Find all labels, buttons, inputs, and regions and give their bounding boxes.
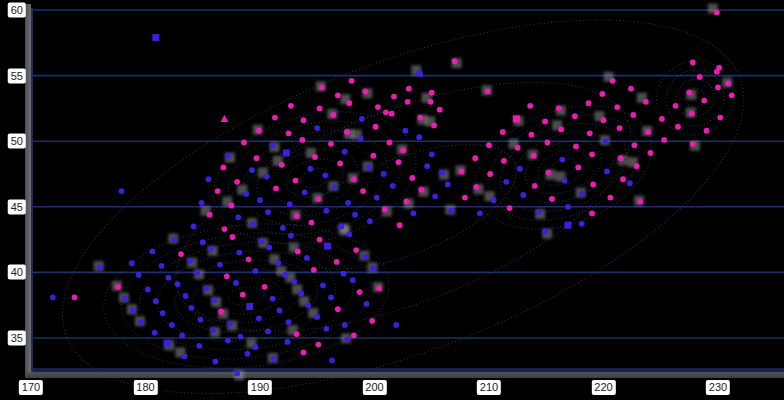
data-point-series-blue-violet (344, 336, 350, 342)
data-point-series-blue-violet (212, 359, 218, 365)
data-point-series-magenta (419, 187, 425, 193)
data-point-series-magenta (254, 155, 260, 161)
data-point-series-magenta (607, 195, 613, 201)
data-point-series-blue-violet (238, 334, 244, 340)
data-point-series-magenta (437, 107, 443, 113)
data-point-series-blue-violet (179, 332, 185, 338)
data-point-series-magenta (714, 10, 720, 16)
data-point-series-magenta (362, 88, 368, 94)
data-point-series-magenta (573, 144, 579, 150)
data-point-series-magenta (690, 60, 696, 66)
data-point-series-magenta (620, 176, 626, 182)
data-point-series-blue-violet (291, 279, 297, 285)
data-point-series-blue-violet (122, 296, 128, 302)
data-point-series-magenta (673, 103, 679, 109)
data-point-series-blue-violet (346, 231, 352, 237)
data-point-series-magenta (373, 124, 379, 130)
data-point-series-blue-violet (275, 260, 281, 266)
data-point-series-magenta (417, 115, 423, 121)
data-point-series-magenta (645, 129, 651, 135)
y-tick-label: 55 (8, 68, 26, 83)
data-point-series-magenta (675, 124, 681, 130)
data-point-series-blue-violet (302, 189, 308, 195)
gridlines-layer (31, 10, 784, 338)
data-point-series-blue-violet (445, 182, 451, 188)
data-point-series-blue-violet (270, 296, 276, 302)
data-point-series-magenta (246, 256, 252, 262)
data-point-series-blue-violet (129, 260, 135, 266)
data-point-series-blue-violet (390, 183, 396, 189)
data-point-series-blue-violet (270, 142, 276, 148)
data-points-layer (50, 10, 735, 377)
data-point-series-blue-violet (253, 268, 259, 274)
data-point-series-magenta (218, 309, 224, 315)
data-point-series-magenta (228, 203, 234, 209)
data-point-series-blue-violet (264, 174, 270, 180)
data-point-series-magenta (405, 99, 411, 105)
data-point-series-blue-violet (171, 237, 177, 243)
data-point-series-magenta (234, 179, 240, 185)
data-point-series-blue-violet (364, 301, 370, 307)
data-point-series-blue-violet (282, 272, 288, 278)
scatter-plot-canvas (0, 0, 784, 400)
data-point-series-blue-violet (324, 326, 330, 332)
data-point-series-magenta (335, 306, 341, 312)
data-point-series-blue-violet (191, 224, 197, 230)
data-point-series-magenta (601, 117, 607, 123)
data-point-series-magenta (382, 207, 388, 213)
data-point-series-magenta (715, 85, 721, 91)
data-point-series-magenta (610, 78, 616, 84)
data-point-series-blue-violet (136, 272, 142, 278)
data-point-series-blue-violet (160, 310, 166, 316)
data-point-series-magenta (515, 145, 521, 151)
data-point-series-blue-violet (280, 225, 286, 231)
data-point-series-blue-violet (517, 166, 523, 172)
data-point-series-magenta (337, 161, 343, 167)
data-point-series-blue-violet (429, 151, 435, 157)
data-point-series-blue-violet (265, 329, 271, 335)
data-point-series-magenta (344, 129, 350, 135)
data-point-series-magenta (240, 292, 246, 298)
y-tick-label: 50 (8, 134, 26, 149)
data-point-series-magenta (375, 104, 381, 110)
x-tick-label: 220 (591, 380, 615, 395)
data-point-series-magenta (391, 94, 397, 100)
data-point-series-magenta (486, 142, 492, 148)
data-point-series-blue-violet (153, 298, 159, 304)
data-point-series-blue-violet (559, 157, 565, 163)
data-point-series-magenta (659, 116, 665, 122)
data-point-series-magenta (634, 163, 640, 169)
data-point-series-magenta (315, 342, 321, 348)
data-point-series-blue-violet (199, 200, 205, 206)
data-point-series-magenta (334, 259, 340, 265)
data-point-series-magenta (330, 112, 336, 118)
data-point-series-magenta (544, 140, 550, 146)
data-point-series-magenta (317, 106, 323, 112)
data-point-series-blue-violet (341, 271, 347, 277)
data-point-series-blue-violet (411, 210, 417, 216)
data-point-series-blue-violet (266, 245, 272, 251)
data-point-series-magenta (704, 128, 710, 134)
data-point-series-magenta (429, 90, 435, 96)
data-point-series-magenta (389, 111, 395, 117)
data-point-series-magenta (294, 331, 300, 337)
data-point-series-magenta (256, 128, 262, 134)
data-point-series-magenta (586, 100, 592, 106)
data-point-series-blue-violet (362, 254, 368, 260)
data-point-series-blue-violet (307, 166, 313, 172)
data-point-series-magenta (317, 237, 323, 243)
data-point-series-magenta (406, 86, 412, 92)
data-point-series-magenta (301, 117, 307, 123)
data-point-series-magenta (369, 318, 375, 324)
data-point-series-magenta (351, 332, 357, 338)
data-point-series-magenta (643, 99, 649, 105)
data-point-series-magenta (346, 100, 352, 106)
data-point-series-blue-violet (253, 344, 259, 350)
data-point-series-blue-violet (225, 338, 231, 344)
data-point-series-blue-violet (603, 138, 609, 144)
data-point-series-blue-violet (366, 165, 372, 171)
x-tick-label: 180 (133, 380, 157, 395)
data-point-series-magenta (295, 249, 301, 255)
data-point-series-magenta (590, 182, 596, 188)
data-point-series-magenta (500, 129, 506, 135)
